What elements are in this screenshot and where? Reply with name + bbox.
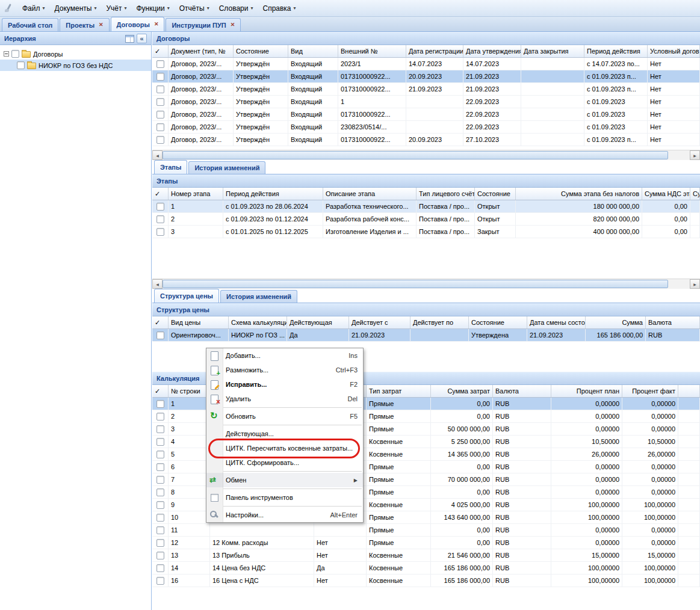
column-header[interactable]: Процент факт	[622, 385, 678, 397]
table-row[interactable]: 3с 01.01.2025 по 01.12.2025Изготовление …	[152, 226, 700, 238]
row-checkbox[interactable]	[156, 476, 164, 484]
table-row[interactable]: 1212 Комм. расходыНетПрямые0,00RUB0,0000…	[152, 537, 700, 549]
row-checkbox[interactable]	[156, 488, 164, 496]
column-header[interactable]: Внешний №	[338, 45, 406, 57]
column-header[interactable]: Сумма НДС этапа	[642, 188, 690, 200]
row-checkbox[interactable]	[156, 85, 164, 93]
column-header[interactable]: Тип затрат	[367, 385, 431, 397]
context-menu-item-7[interactable]: Действующая...	[206, 427, 363, 441]
table-row[interactable]: Договор, 2023/...УтверждёнВходящий230823…	[152, 121, 700, 134]
table-row[interactable]: 1414 Цена без НДСДаКосвенные165 186 000,…	[152, 562, 700, 575]
table-row[interactable]: 2с 01.09.2023 по 01.12.2024Разработка ра…	[152, 213, 700, 226]
tree-node-label[interactable]: Договоры	[33, 51, 63, 58]
column-header[interactable]: Дата регистрации	[406, 45, 463, 57]
scroll-thumb[interactable]	[163, 280, 668, 288]
row-checkbox[interactable]	[156, 514, 164, 522]
column-header[interactable]: Состояние	[234, 45, 288, 57]
table-row[interactable]: 1616 Цена с НДСНетКосвенные165 186 000,0…	[152, 575, 700, 587]
row-checkbox[interactable]	[156, 60, 164, 68]
table-row[interactable]: Ориентировоч...НИОКР по ГОЗ ...Да21.09.2…	[152, 329, 700, 342]
menubar-item-6[interactable]: Справка	[258, 1, 300, 16]
column-header[interactable]: Действует по	[410, 316, 469, 328]
horizontal-scrollbar[interactable]	[152, 279, 700, 289]
column-header[interactable]: Период действия	[584, 45, 648, 57]
row-checkbox[interactable]	[156, 564, 164, 572]
tree-expander-icon[interactable]	[4, 51, 9, 57]
row-checkbox[interactable]	[156, 400, 164, 408]
table-row[interactable]: Договор, 2023/...УтверждёнВходящий017310…	[152, 83, 700, 96]
menubar-item-1[interactable]: Документы	[50, 1, 102, 16]
table-row[interactable]: Договор, 2023/...УтверждёнВходящий017310…	[152, 134, 700, 146]
scroll-track[interactable]	[668, 279, 690, 289]
row-checkbox[interactable]	[156, 577, 164, 585]
column-header[interactable]: Дата закрытия	[521, 45, 584, 57]
table-row[interactable]: 1с 01.09.2023 по 28.06.2024Разработка те…	[152, 200, 700, 213]
column-header[interactable]: Дата смены состо	[527, 316, 586, 328]
tab-price-history[interactable]: История изменений	[220, 290, 297, 303]
column-header[interactable]	[678, 385, 700, 397]
menubar-item-2[interactable]: Учёт	[101, 1, 131, 16]
row-checkbox[interactable]	[156, 111, 164, 119]
column-header[interactable]: Вид цены	[169, 316, 229, 328]
tab-close-icon[interactable]	[231, 22, 235, 28]
tab-close-icon[interactable]	[154, 22, 159, 27]
tab-stages[interactable]: Этапы	[154, 160, 187, 174]
row-checkbox[interactable]	[156, 552, 164, 559]
row-checkbox[interactable]	[156, 136, 164, 144]
tab-close-icon[interactable]	[99, 22, 104, 28]
table-row[interactable]: 1313 ПрибыльНетКосвенные21 546 000,00RUB…	[152, 549, 700, 562]
row-checkbox[interactable]	[156, 203, 164, 211]
table-row[interactable]: Договор, 2023/...УтверждёнВходящий2023/1…	[152, 58, 700, 70]
column-header[interactable]: Схема калькуляци	[229, 316, 287, 328]
row-checkbox[interactable]	[156, 331, 164, 339]
context-menu-item-9[interactable]: ЦИТК. Сформировать...	[206, 455, 363, 470]
document-tab-2[interactable]: Договоры	[111, 17, 165, 31]
column-header[interactable]: Валюта	[646, 316, 700, 328]
column-header[interactable]: ✓	[152, 316, 169, 328]
tree-checkbox[interactable]	[11, 50, 19, 58]
row-checkbox[interactable]	[156, 413, 164, 421]
row-checkbox[interactable]	[156, 438, 164, 446]
row-checkbox[interactable]	[156, 501, 164, 509]
scroll-left-button[interactable]	[152, 150, 163, 160]
scroll-left-button[interactable]	[152, 279, 163, 289]
column-header[interactable]: ✓	[152, 188, 169, 200]
column-header[interactable]: Период действия	[223, 188, 323, 200]
column-header[interactable]: Тип лицевого счёт	[417, 188, 475, 200]
context-menu-item-3[interactable]: УдалитьDel	[206, 392, 363, 406]
column-header[interactable]: ✓	[152, 385, 169, 397]
row-checkbox[interactable]	[156, 463, 164, 471]
column-header[interactable]: Условный догов	[648, 45, 700, 57]
column-header[interactable]: Номер этапа	[169, 188, 223, 200]
menubar-item-5[interactable]: Словари	[214, 1, 258, 16]
table-row[interactable]: Договор, 2023/...УтверждёнВходящий122.09…	[152, 96, 700, 108]
context-menu-item-11[interactable]: Обмен	[206, 473, 363, 487]
row-checkbox[interactable]	[156, 215, 164, 223]
column-header[interactable]: Описание этапа	[323, 188, 417, 200]
row-checkbox[interactable]	[156, 228, 164, 236]
column-header[interactable]: Действующая	[287, 316, 349, 328]
row-checkbox[interactable]	[156, 451, 164, 458]
context-menu-item-15[interactable]: Настройки...Alt+Enter	[206, 508, 363, 522]
row-checkbox[interactable]	[156, 73, 164, 81]
menubar-item-4[interactable]: Отчёты	[175, 1, 214, 16]
table-row[interactable]: Договор, 2023/...УтверждёнВходящий017310…	[152, 108, 700, 121]
tree-node-label[interactable]: НИОКР по ГОЗ без НДС	[39, 62, 113, 69]
scroll-right-button[interactable]	[690, 279, 700, 289]
column-header[interactable]: Процент план	[551, 385, 622, 397]
column-header[interactable]: ✓	[152, 45, 169, 57]
tree-checkbox[interactable]	[17, 61, 25, 69]
context-menu-item-2[interactable]: Исправить...F2	[206, 377, 363, 392]
column-header[interactable]: Сумма этапа без налогов	[516, 188, 642, 200]
column-header[interactable]: Валюта	[493, 385, 551, 397]
tree-node-child[interactable]: НИОКР по ГОЗ без НДС	[0, 60, 151, 71]
row-checkbox[interactable]	[156, 98, 164, 106]
tab-price-structure[interactable]: Структура цены	[154, 289, 219, 303]
column-header[interactable]: Сумма затрат	[431, 385, 493, 397]
columns-icon[interactable]	[125, 35, 134, 43]
context-menu-item-8[interactable]: ЦИТК. Пересчитать косвенные затраты...	[206, 441, 363, 455]
column-header[interactable]: Дата утверждения	[463, 45, 521, 57]
scroll-thumb[interactable]	[163, 151, 668, 159]
tab-stages-history[interactable]: История изменений	[188, 161, 265, 174]
row-checkbox[interactable]	[156, 526, 164, 534]
